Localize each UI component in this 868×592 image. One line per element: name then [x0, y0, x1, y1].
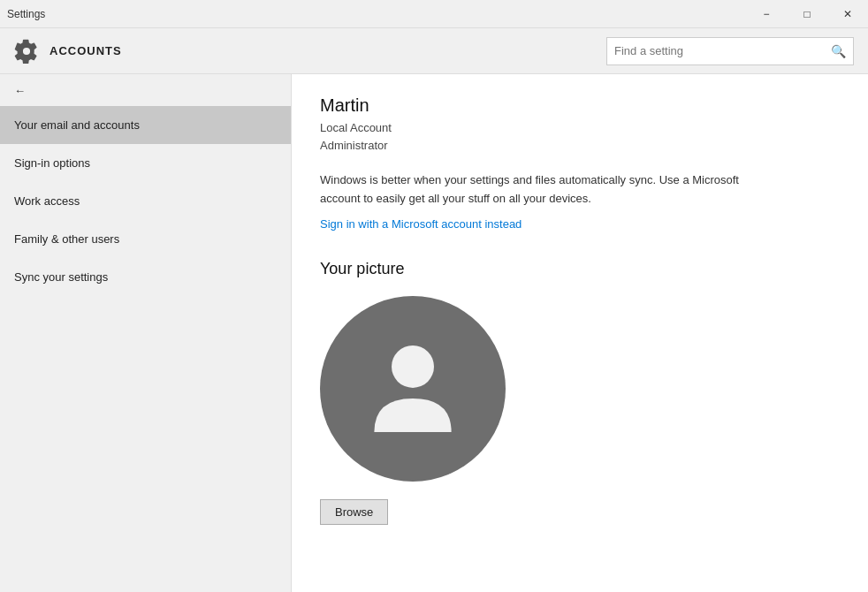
avatar-icon [364, 336, 461, 442]
back-arrow-icon: ← [14, 84, 26, 97]
content-area: Martin Local Account Administrator Windo… [292, 74, 868, 592]
browse-button[interactable]: Browse [320, 499, 388, 525]
back-button[interactable]: ← [0, 74, 291, 106]
avatar [320, 296, 506, 482]
title-bar-controls: − □ ✕ [746, 0, 868, 28]
search-input[interactable] [614, 44, 831, 57]
user-name: Martin [320, 95, 840, 116]
app-header-left: ACCOUNTS [14, 39, 122, 64]
app-title: ACCOUNTS [49, 44, 122, 57]
sign-in-microsoft-link[interactable]: Sign in with a Microsoft account instead [320, 217, 522, 231]
sidebar-item-work-access[interactable]: Work access [0, 182, 291, 220]
gear-icon [14, 39, 39, 64]
sidebar-item-sign-in-options[interactable]: Sign-in options [0, 144, 291, 182]
svg-point-0 [392, 345, 434, 388]
title-bar-left: Settings [7, 8, 45, 20]
close-button[interactable]: ✕ [827, 0, 868, 28]
account-type: Local Account [320, 119, 840, 137]
your-picture-title: Your picture [320, 260, 840, 278]
sidebar-item-family-other-users[interactable]: Family & other users [0, 220, 291, 258]
title-bar: Settings − □ ✕ [0, 0, 868, 28]
sidebar: ← Your email and accounts Sign-in option… [0, 74, 292, 592]
search-box[interactable]: 🔍 [606, 37, 854, 65]
minimize-button[interactable]: − [746, 0, 787, 28]
search-icon[interactable]: 🔍 [831, 44, 846, 58]
sync-message: Windows is better when your settings and… [320, 171, 744, 209]
maximize-button[interactable]: □ [787, 0, 827, 28]
app-title-text: Settings [7, 8, 45, 20]
main-layout: ← Your email and accounts Sign-in option… [0, 74, 868, 592]
sidebar-item-email-accounts[interactable]: Your email and accounts [0, 106, 291, 144]
account-role: Administrator [320, 137, 840, 155]
sidebar-item-sync-settings[interactable]: Sync your settings [0, 258, 291, 296]
app-header: ACCOUNTS 🔍 [0, 28, 868, 74]
